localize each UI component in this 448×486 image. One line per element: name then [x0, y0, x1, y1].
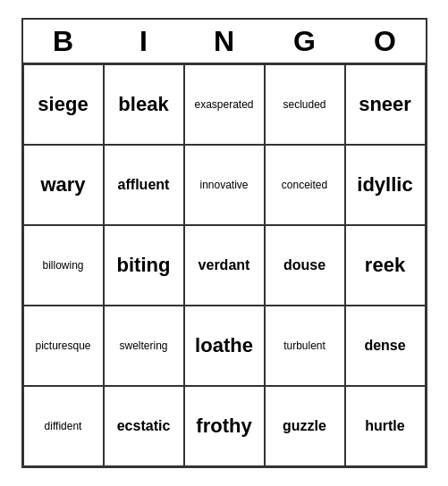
bingo-grid: siegebleakexasperatedsecludedsneerwaryaf…	[23, 63, 426, 466]
bingo-cell: douse	[265, 225, 345, 306]
bingo-cell: ecstatic	[104, 386, 184, 466]
bingo-cell: reek	[345, 225, 426, 306]
bingo-cell: conceited	[265, 145, 345, 225]
bingo-cell: bleak	[104, 64, 184, 145]
bingo-cell: hurtle	[345, 386, 426, 466]
bingo-cell: idyllic	[345, 145, 426, 225]
bingo-cell: exasperated	[184, 64, 265, 145]
header-letter: G	[265, 20, 345, 63]
bingo-cell: secluded	[265, 64, 345, 145]
bingo-cell: picturesque	[23, 306, 104, 386]
header-letter: I	[104, 20, 184, 63]
header-letter: O	[345, 20, 426, 63]
bingo-cell: loathe	[184, 306, 265, 386]
header-letter: N	[184, 20, 265, 63]
header-letter: B	[23, 20, 104, 63]
bingo-cell: biting	[104, 225, 184, 306]
bingo-cell: siege	[23, 64, 104, 145]
bingo-cell: wary	[23, 145, 104, 225]
bingo-cell: verdant	[184, 225, 265, 306]
bingo-cell: billowing	[23, 225, 104, 306]
bingo-cell: turbulent	[265, 306, 345, 386]
bingo-cell: innovative	[184, 145, 265, 225]
bingo-header: BINGO	[23, 20, 426, 63]
bingo-cell: affluent	[104, 145, 184, 225]
bingo-card: BINGO siegebleakexasperatedsecludedsneer…	[21, 18, 427, 468]
bingo-cell: guzzle	[265, 386, 345, 466]
bingo-cell: frothy	[184, 386, 265, 466]
bingo-cell: sweltering	[104, 306, 184, 386]
bingo-cell: sneer	[345, 64, 426, 145]
bingo-cell: dense	[345, 306, 426, 386]
bingo-cell: diffident	[23, 386, 104, 466]
